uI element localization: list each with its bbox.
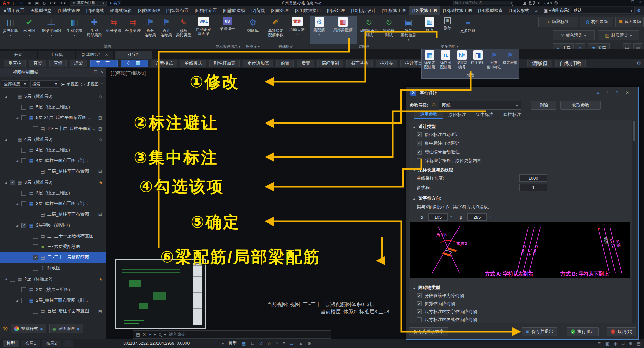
tree-checkbox[interactable] [21,105,26,110]
toolbar-button-单线模式[interactable]: 单线模式 [180,60,206,67]
app-logo-icon[interactable]: A ▾ [3,0,10,6]
redo-icon[interactable]: ↷ ▾ [60,1,66,5]
layout-select[interactable]: 默认▾ [571,7,635,14]
checkbox-分段箍筋作为障碍物[interactable]: ✓分段箍筋作为障碍物 [417,293,464,299]
tree-checkbox[interactable] [33,169,38,174]
toolbar-button-定位边加宽[interactable]: 定位边加宽 [243,60,273,67]
toolbar-button-直梁[interactable]: 直梁 [29,60,46,67]
dialog-tab-原位标注[interactable]: 原位标注 [444,110,471,119]
status-icon[interactable]: □ [622,341,624,346]
toolbar-button-前置[interactable]: 前置 [276,60,294,67]
toolbar-button-柱对齐[interactable]: 柱对齐 [376,60,397,67]
toolbar-button-偏移值[interactable]: 偏移值 [527,60,552,67]
panel-button-截面显隐[interactable]: ▣截面显隐 [615,17,644,27]
toolbar-button-直墙[interactable]: 直墙 [49,60,67,67]
menu-tab-轮廓线编辑[interactable]: 轮廓线编辑 [107,6,135,15]
status-icon[interactable]: ○ [276,341,278,346]
checkbox-box[interactable] [417,158,422,163]
tree-checkbox[interactable] [33,234,38,239]
status-icon[interactable]: + [215,341,217,346]
status-icon[interactable]: ⚙ [308,341,311,346]
panel-float-icon[interactable]: ❐ [94,70,97,74]
dialog-tab-暗柱标注[interactable]: 暗柱标注 [499,110,526,119]
beta-input[interactable]: 285 [467,213,487,221]
collapse-triangle-icon[interactable]: ▲ [413,286,416,290]
expander-icon[interactable]: ◢ [16,159,19,162]
tab-close-icon[interactable]: ✕ [105,52,108,57]
status-icon[interactable]: ▭ [290,341,294,346]
checkbox-box[interactable]: ✓ [417,141,422,146]
field-input-曲线采样长度:[interactable]: 1000 [519,174,547,182]
ribbon-button-生成梁跨[interactable]: ▥生成梁跨▾ [64,16,85,44]
tree-checkbox[interactable] [33,244,38,249]
tree-checkbox[interactable] [21,201,26,206]
layout-tab-+[interactable]: + [63,340,73,347]
dialog-help-icon[interactable]: ? [616,90,619,95]
tree-checkbox[interactable] [21,298,26,303]
viewport-label[interactable]: [-][俯视][二维线框] [111,70,146,76]
tree-item-4层[interactable]: ▤4层(楼层三维图) [0,145,106,155]
open-file-icon[interactable]: ⊞ [20,1,23,5]
ribbon-button-梁校核测试[interactable]: ↻梁校核测试 [380,16,398,44]
ribbon-button-更多功能[interactable]: ≡更多功能 [457,16,479,44]
tree-item-4层[interactable]: ◢▦4层(标准层3)☆ [0,134,106,145]
ribbon-button-钢筋库[interactable]: ⚙钢筋库 [243,16,263,44]
tree-item-三~三十一层板配筋图[interactable]: ✓▤三~三十一层板配筋图 [0,252,106,263]
status-icon[interactable]: ∠ [259,341,263,346]
menu-overflow-icon[interactable]: » [532,7,541,14]
tree-item-首层_暗柱平面布置图[interactable]: ▤首层_暗柱平面布置图▤ [0,306,106,316]
share-button[interactable]: ➤ 共享 [109,1,121,6]
tree-checkbox[interactable] [10,137,15,142]
expander-icon[interactable]: ◢ [16,223,19,227]
ribbon-button-单独指定配筋参数[interactable]: ✐单独指定配筋参数 [265,16,287,44]
ribbon-button-梁跨编号[interactable]: 08梁跨编号 [216,16,239,44]
toolbar-button-垂直柱[interactable]: 垂直柱 [4,60,26,67]
status-icon[interactable]: ▾ [222,341,224,346]
checkbox-box[interactable]: ✓ [417,309,422,314]
floor-filter-select[interactable]: 全部楼层▾ [2,80,28,88]
get-params-button[interactable]: 获取参数 [560,101,601,110]
ribbon-button-自动识别屋面梁[interactable]: WKL自动识别屋面梁 [193,16,214,44]
command-bar[interactable]: ▤ ✕ +▾ ▾ 键入命令 [133,330,331,339]
ribbon-button-角筋贯通[interactable]: 贯通角筋贯通▾ [287,16,307,44]
tree-item-荷载图[interactable]: ⇩荷载图 [0,263,106,274]
tree-checkbox[interactable]: ✓ [10,180,15,185]
alpha-input[interactable]: 105 [428,213,448,221]
ribbon-button-删除[interactable]: Ⅲ删除 [439,16,457,44]
multi-view-radio[interactable] [81,83,85,86]
checkbox-暗柱编号自动避让[interactable]: ✓暗柱编号自动避让 [417,149,460,155]
panel-button-构件显隐[interactable]: ◍构件显隐 [580,17,613,27]
tree-checkbox[interactable] [21,115,26,120]
param-level-select[interactable]: 图纸▾ [439,101,521,110]
account-area[interactable]: 登录 ▾ ▭ A ▾ ? [523,1,558,6]
plot-icon[interactable]: ⎙ [43,1,46,5]
single-view-radio[interactable] [61,83,65,86]
ribbon-button-局部梁更新测试[interactable]: ↻局部梁更新测试 [358,16,380,44]
close-icon[interactable]: ✕ [639,0,642,4]
tree-checkbox[interactable] [21,191,26,196]
tree-item-二层_暗柱平面布置图[interactable]: ▤二层_暗柱平面布置图▤ [0,209,106,220]
tree-item-3层[interactable]: ◢✓▦3层(标准层3)★ [0,177,106,188]
status-icon[interactable]: ⚙ [629,341,632,346]
menu-tab-★模型信息[interactable]: ★模型信息 [28,6,55,15]
undo-icon[interactable]: ↶ ▾ [50,1,56,5]
ribbon-button-修改[interactable]: ▦修改 [421,16,439,44]
expander-icon[interactable]: ◢ [16,299,19,302]
ribbon-button-合并梁跨[interactable]: ⇉合并梁跨 [123,16,142,44]
tree-item-四~三十层_暗柱平面布...[interactable]: ▤四~三十层_暗柱平面布...▤ [0,123,106,134]
toolbar-button-刚性杆加宽[interactable]: 刚性杆加宽 [209,60,240,67]
tree-checkbox[interactable] [21,158,26,163]
ribbon-button-拆分连续梁[interactable]: ⚑拆分连续梁 [142,16,158,44]
tree-item-5层[interactable]: ◢▦5层(标准层3)☆ [0,91,106,102]
tree-checkbox[interactable] [21,287,26,292]
expander-icon[interactable]: ◢ [16,116,19,119]
menu-tab-[1]轴线管理[interactable]: [1]轴线管理 [55,6,83,15]
ribbon-button-已出图[interactable]: ✔已出图▾ [20,16,38,44]
favorite-star-icon[interactable]: ★ [99,180,103,185]
minimize-icon[interactable]: ─ [624,0,626,4]
save-as-icon[interactable]: ▣ [35,1,39,5]
ribbon-button-修改梁跨类型[interactable]: ✎修改梁跨类型 [174,16,193,44]
login-label[interactable]: 登录 [528,1,536,6]
help-icon[interactable]: ? [554,1,558,5]
layout-tab-布局2[interactable]: 布局2 [42,340,61,347]
